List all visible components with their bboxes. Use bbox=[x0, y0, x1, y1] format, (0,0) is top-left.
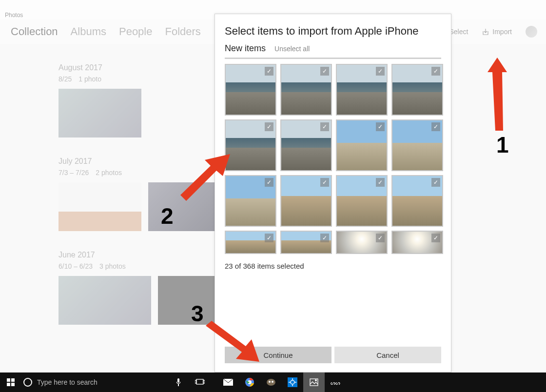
annotation-label-2: 2 bbox=[161, 203, 174, 229]
check-icon: ✓ bbox=[265, 122, 273, 131]
svg-rect-6 bbox=[11, 383, 15, 386]
annotation-arrow-3 bbox=[201, 321, 264, 365]
import-thumb[interactable]: ✓ bbox=[225, 64, 276, 116]
import-thumb[interactable]: ✓ bbox=[336, 231, 388, 254]
check-icon: ✓ bbox=[431, 178, 440, 187]
mic-button[interactable] bbox=[168, 372, 189, 392]
search-placeholder: Type here to search bbox=[37, 378, 98, 386]
svg-rect-3 bbox=[7, 378, 10, 382]
check-icon: ✓ bbox=[320, 67, 329, 76]
cancel-button[interactable]: Cancel bbox=[334, 347, 441, 363]
mic-icon bbox=[175, 378, 182, 387]
import-thumb[interactable]: ✓ bbox=[280, 231, 332, 254]
photo-thumb[interactable] bbox=[58, 182, 141, 231]
check-icon: ✓ bbox=[431, 67, 440, 76]
import-thumb[interactable]: ✓ bbox=[280, 119, 332, 171]
import-thumb[interactable]: ✓ bbox=[225, 231, 276, 254]
check-icon: ✓ bbox=[265, 234, 273, 242]
group-count: 2 photos bbox=[96, 169, 122, 176]
import-thumb[interactable]: ✓ bbox=[336, 119, 388, 171]
svg-rect-9 bbox=[196, 379, 203, 384]
taskbar-app-gimp[interactable] bbox=[260, 372, 282, 392]
unselect-all-link[interactable]: Unselect all bbox=[274, 45, 310, 53]
check-icon: ✓ bbox=[376, 178, 385, 187]
task-view-icon bbox=[195, 379, 205, 386]
taskbar-app-settings[interactable] bbox=[282, 372, 303, 392]
app-icon: ᔕᔕ bbox=[331, 378, 340, 386]
start-button[interactable] bbox=[0, 372, 21, 392]
import-grid: ✓ ✓ ✓ ✓ ✓ ✓ ✓ ✓ ✓ ✓ ✓ ✓ ✓ ✓ ✓ ✓ bbox=[225, 64, 441, 254]
svg-text:ᔕᔕ: ᔕᔕ bbox=[331, 380, 340, 386]
svg-rect-11 bbox=[203, 380, 205, 383]
app-name: Photos bbox=[5, 12, 23, 19]
svg-rect-10 bbox=[195, 380, 196, 383]
svg-marker-1 bbox=[180, 154, 230, 201]
import-thumb[interactable]: ✓ bbox=[280, 64, 332, 116]
nav-people[interactable]: People bbox=[119, 25, 153, 38]
svg-rect-8 bbox=[178, 384, 179, 386]
import-thumb[interactable]: ✓ bbox=[336, 64, 388, 116]
photo-thumb[interactable] bbox=[58, 89, 141, 137]
select-button[interactable]: Select bbox=[449, 28, 468, 36]
group-range: 8/25 bbox=[58, 75, 72, 83]
selection-status: 23 of 368 items selected bbox=[225, 262, 441, 270]
windows-icon bbox=[7, 378, 15, 386]
annotation-arrow-2 bbox=[176, 149, 235, 208]
import-thumb[interactable]: ✓ bbox=[336, 175, 388, 227]
nav-folders[interactable]: Folders bbox=[165, 25, 200, 38]
annotation-arrow-1 bbox=[488, 58, 517, 136]
group-count: 1 photo bbox=[78, 75, 101, 83]
group-range: 6/10 – 6/23 bbox=[58, 262, 93, 270]
import-thumb[interactable]: ✓ bbox=[391, 231, 443, 254]
taskbar: Type here to search ᔕᔕ bbox=[0, 372, 546, 392]
taskbar-app-photos[interactable] bbox=[303, 372, 325, 392]
check-icon: ✓ bbox=[376, 122, 385, 131]
taskbar-app-chrome[interactable] bbox=[239, 372, 260, 392]
photos-icon bbox=[310, 378, 318, 386]
search-box[interactable]: Type here to search bbox=[21, 378, 168, 387]
check-icon: ✓ bbox=[265, 67, 273, 76]
svg-marker-0 bbox=[488, 58, 507, 131]
svg-rect-5 bbox=[7, 383, 10, 386]
import-button[interactable]: Import bbox=[482, 28, 512, 36]
check-icon: ✓ bbox=[320, 178, 329, 187]
task-view-button[interactable] bbox=[189, 372, 211, 392]
check-icon: ✓ bbox=[376, 67, 385, 76]
select-label: Select bbox=[449, 28, 468, 36]
svg-rect-7 bbox=[177, 378, 179, 383]
check-icon: ✓ bbox=[431, 122, 440, 131]
import-label: Import bbox=[492, 28, 512, 36]
photo-thumb[interactable] bbox=[58, 276, 151, 325]
taskbar-app-other[interactable]: ᔕᔕ bbox=[325, 372, 346, 392]
import-thumb[interactable]: ✓ bbox=[391, 119, 443, 171]
svg-point-15 bbox=[267, 379, 275, 386]
chrome-icon bbox=[245, 377, 254, 387]
import-thumb[interactable]: ✓ bbox=[391, 64, 443, 116]
check-icon: ✓ bbox=[320, 234, 329, 242]
group-count: 3 photos bbox=[99, 262, 126, 270]
check-icon: ✓ bbox=[376, 234, 385, 242]
import-dialog: Select items to import from Apple iPhone… bbox=[214, 14, 451, 372]
cortana-icon bbox=[23, 378, 32, 387]
svg-point-25 bbox=[315, 380, 317, 381]
gimp-icon bbox=[266, 378, 276, 386]
check-icon: ✓ bbox=[431, 234, 440, 242]
nav-albums[interactable]: Albums bbox=[71, 25, 106, 38]
group-range: 7/3 – 7/26 bbox=[58, 169, 89, 176]
settings-icon bbox=[288, 377, 297, 387]
svg-point-17 bbox=[272, 381, 273, 383]
nav-collection[interactable]: Collection bbox=[11, 25, 58, 38]
import-thumb[interactable]: ✓ bbox=[391, 175, 443, 227]
photo-thumb[interactable] bbox=[158, 276, 216, 325]
import-icon bbox=[482, 28, 489, 36]
import-thumb[interactable]: ✓ bbox=[280, 175, 332, 227]
check-icon: ✓ bbox=[320, 122, 329, 131]
annotation-label-1: 1 bbox=[496, 132, 509, 158]
taskbar-app-mail[interactable] bbox=[217, 372, 239, 392]
svg-point-16 bbox=[269, 381, 271, 383]
user-avatar[interactable] bbox=[526, 26, 537, 38]
new-items-label: New items bbox=[225, 43, 266, 54]
mail-icon bbox=[223, 379, 233, 386]
svg-marker-2 bbox=[206, 321, 259, 362]
dialog-title: Select items to import from Apple iPhone bbox=[225, 25, 441, 38]
